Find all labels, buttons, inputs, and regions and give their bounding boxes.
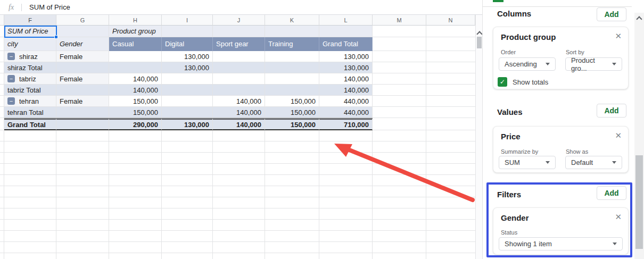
grid-cell[interactable] (426, 220, 475, 231)
show-totals-checkbox[interactable]: ✓ (498, 77, 507, 87)
grid-cell[interactable] (373, 62, 426, 73)
grid-cell[interactable] (56, 197, 109, 208)
grid-cell[interactable] (426, 186, 475, 197)
grid-cell[interactable] (0, 242, 4, 253)
pivot-value-cell[interactable]: 130,000 (319, 51, 373, 62)
column-header-G[interactable]: G (56, 15, 109, 26)
pivot-colheader-sport-gear[interactable]: Sport gear (213, 37, 265, 51)
grid-cell[interactable] (56, 253, 109, 259)
pivot-value-cell[interactable]: 140,000 (109, 73, 162, 85)
grid-cell[interactable] (109, 130, 162, 141)
pivot-colheader-grand-total[interactable]: Grand Total (319, 37, 373, 51)
grid-cell[interactable] (426, 153, 475, 164)
order-dropdown[interactable]: Ascending (499, 57, 556, 71)
grid-cell[interactable] (162, 220, 213, 231)
pivot-value-cell[interactable]: 710,000 (319, 118, 373, 130)
grid-cell[interactable] (373, 130, 426, 141)
pivot-gender-cell[interactable]: Female (56, 73, 109, 85)
sheet-scrollbar[interactable] (475, 15, 482, 259)
grid-cell[interactable] (0, 186, 4, 197)
grid-cell[interactable] (213, 231, 265, 242)
grid-cell[interactable] (4, 186, 56, 197)
grid-cell[interactable] (373, 51, 426, 62)
grid-cell[interactable] (373, 186, 426, 197)
column-header-L[interactable]: L (319, 15, 373, 26)
grid-cell[interactable] (213, 26, 265, 37)
grid-cell[interactable] (162, 141, 213, 153)
pivot-value-cell[interactable] (265, 85, 319, 96)
grid-cell[interactable] (162, 26, 213, 37)
grid-cell[interactable] (373, 118, 426, 130)
grid-cell[interactable] (4, 220, 56, 231)
column-header-I[interactable]: I (162, 15, 213, 26)
collapse-group-button[interactable]: − (7, 75, 15, 82)
grid-cell[interactable] (319, 175, 373, 186)
grid-cell[interactable] (162, 153, 213, 164)
grid-cell[interactable] (373, 220, 426, 231)
grid-cell[interactable] (426, 253, 475, 259)
grid-cell[interactable] (373, 253, 426, 259)
grid-cell[interactable] (56, 220, 109, 231)
grid-cell[interactable] (213, 175, 265, 186)
grid-cell[interactable] (162, 164, 213, 175)
pivot-colheader-digital[interactable]: Digital (162, 37, 213, 51)
grid-cell[interactable] (426, 51, 475, 62)
grid-cell[interactable] (109, 164, 162, 175)
grid-cell[interactable] (109, 208, 162, 220)
pivot-value-cell[interactable]: 150,000 (265, 118, 319, 130)
grid-cell[interactable] (4, 197, 56, 208)
grid-cell[interactable] (265, 130, 319, 141)
grid-cell[interactable] (213, 208, 265, 220)
panel-scrollbar[interactable] (634, 13, 644, 259)
pivot-value-cell[interactable]: 150,000 (265, 107, 319, 118)
grid-cell[interactable] (319, 208, 373, 220)
pivot-colheader-training[interactable]: Training (265, 37, 319, 51)
grid-cell[interactable] (4, 175, 56, 186)
grid-cell[interactable] (426, 208, 475, 220)
grid-cell[interactable] (373, 26, 426, 37)
grid-cell[interactable] (319, 153, 373, 164)
grid-cell[interactable] (56, 175, 109, 186)
pivot-value-cell[interactable]: 130,000 (162, 62, 213, 73)
grid-cell[interactable] (162, 253, 213, 259)
grid-cell[interactable] (0, 62, 4, 73)
grid-cell[interactable] (319, 220, 373, 231)
pivot-value-cell[interactable] (265, 73, 319, 85)
pivot-gender-cell[interactable] (56, 118, 109, 130)
grid-cell[interactable] (4, 164, 56, 175)
grid-cell[interactable] (162, 130, 213, 141)
grid-cell[interactable] (0, 153, 4, 164)
pivot-gender-cell[interactable]: Female (56, 96, 109, 107)
formula-bar-value[interactable]: SUM of Price (29, 3, 70, 11)
grid-cell[interactable] (213, 197, 265, 208)
pivot-value-cell[interactable]: 140,000 (319, 73, 373, 85)
pivot-value-cell[interactable]: 150,000 (265, 96, 319, 107)
grid-cell[interactable] (0, 37, 4, 51)
pivot-value-cell[interactable] (265, 51, 319, 62)
grid-cell[interactable] (319, 26, 373, 37)
pivot-city-cell[interactable]: −tehran (4, 96, 56, 107)
grid-cell[interactable] (109, 141, 162, 153)
grid-cell[interactable] (4, 153, 56, 164)
grid-cell[interactable] (426, 107, 475, 118)
grid-cell[interactable] (56, 26, 109, 37)
grid-cell[interactable] (0, 164, 4, 175)
grid-cell[interactable] (4, 208, 56, 220)
collapse-group-button[interactable]: − (7, 97, 15, 105)
grid-cell[interactable] (373, 141, 426, 153)
grid-cell[interactable] (109, 175, 162, 186)
grid-cell[interactable] (162, 208, 213, 220)
grid-cell[interactable] (213, 141, 265, 153)
grid-cell[interactable] (426, 231, 475, 242)
grid-cell[interactable] (426, 141, 475, 153)
grid-cell[interactable] (319, 141, 373, 153)
scroll-up-icon[interactable] (476, 31, 482, 37)
grid-cell[interactable] (56, 141, 109, 153)
grid-cell[interactable] (265, 141, 319, 153)
grid-cell[interactable] (213, 164, 265, 175)
grid-cell[interactable] (162, 242, 213, 253)
column-header-N[interactable]: N (426, 15, 475, 26)
collapse-group-button[interactable]: − (7, 53, 15, 60)
pivot-city-cell[interactable]: tabriz Total (4, 85, 56, 96)
close-icon[interactable]: ✕ (615, 31, 622, 41)
